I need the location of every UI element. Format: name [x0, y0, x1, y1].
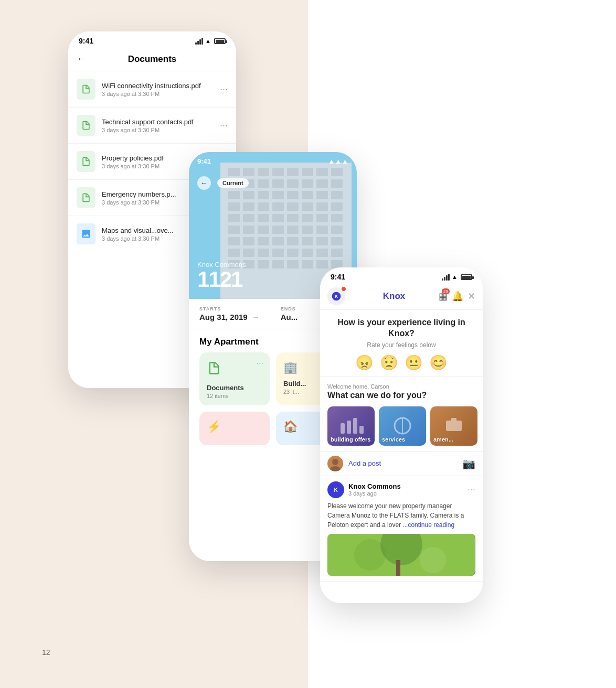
- close-button[interactable]: ✕: [468, 291, 475, 302]
- doc-icon-5: [77, 223, 95, 244]
- time-3: 9:41: [331, 273, 345, 281]
- svg-rect-12: [258, 179, 269, 188]
- svg-rect-71: [302, 260, 313, 268]
- feed-time: 3 days ago: [348, 490, 463, 497]
- hero-back[interactable]: ←: [197, 176, 211, 190]
- svg-rect-70: [287, 260, 299, 268]
- svg-rect-15: [302, 179, 313, 188]
- svg-text:K: K: [335, 294, 338, 299]
- apt-card-more-1[interactable]: ···: [257, 359, 263, 368]
- svg-rect-83: [451, 418, 456, 422]
- back-button-1[interactable]: ←: [77, 53, 86, 64]
- feed-post-1: K Knox Commons 3 days ago ··· Please wel…: [320, 476, 483, 582]
- svg-rect-72: [316, 260, 328, 268]
- top-bar-icons: ▦ 29 🔔 ✕: [439, 291, 475, 302]
- category-amenities[interactable]: amen...: [430, 406, 477, 446]
- doc-icon-2: [77, 115, 95, 136]
- apt-card-power[interactable]: ⚡: [199, 412, 270, 445]
- knox-screen: 9:41 ▲ K Knox: [320, 267, 483, 603]
- category-services[interactable]: services: [379, 406, 426, 446]
- svg-rect-23: [302, 191, 313, 199]
- welcome-greeting: Welcome home, Carson: [327, 383, 475, 390]
- svg-rect-28: [258, 202, 269, 211]
- signal-icon-3: [442, 274, 450, 281]
- hero-signal: ▲▲▲: [328, 157, 348, 165]
- survey-section: How is your experience living in Knox? R…: [320, 310, 483, 377]
- add-post-button[interactable]: Add a post: [348, 459, 457, 467]
- battery-icon-1: [214, 38, 226, 44]
- svg-point-84: [332, 459, 338, 465]
- apt-card-documents[interactable]: ··· Documents 12 items: [199, 352, 270, 405]
- doc-item-2[interactable]: Technical support contacts.pdf 3 days ag…: [68, 108, 236, 144]
- hero-status-bar: 9:41 ▲▲▲: [189, 152, 357, 170]
- doc-info-1: WiFi connectivity instructions.pdf 3 day…: [102, 82, 220, 97]
- documents-title: Documents: [92, 54, 212, 64]
- svg-rect-22: [287, 191, 299, 199]
- svg-rect-34: [228, 214, 240, 222]
- hero-unit: 1121: [197, 268, 246, 291]
- calendar-icon[interactable]: ▦ 29: [439, 291, 448, 302]
- svg-rect-14: [287, 179, 299, 188]
- svg-point-85: [330, 466, 341, 471]
- svg-rect-62: [287, 249, 299, 257]
- page-number: 12: [42, 648, 50, 657]
- svg-text:K: K: [334, 487, 338, 493]
- svg-rect-68: [258, 260, 269, 268]
- svg-rect-41: [331, 214, 343, 222]
- svg-rect-35: [243, 214, 254, 222]
- svg-rect-60: [258, 249, 269, 257]
- lease-end-date: Au...: [281, 313, 298, 321]
- svg-rect-13: [272, 179, 284, 188]
- emoji-angry[interactable]: 😠: [355, 354, 374, 371]
- emoji-happy[interactable]: 😊: [429, 354, 448, 371]
- svg-rect-18: [228, 191, 240, 199]
- feed-post-more[interactable]: ···: [468, 484, 475, 495]
- feed-post-meta: Knox Commons 3 days ago: [348, 482, 463, 497]
- doc-icon-1: [77, 79, 95, 100]
- apt-card-subtitle-1: 12 items: [207, 393, 262, 399]
- emoji-sad[interactable]: 😟: [380, 354, 398, 371]
- emoji-neutral[interactable]: 😐: [405, 354, 423, 371]
- svg-rect-43: [243, 225, 254, 234]
- category-building-offers[interactable]: building offers: [327, 406, 375, 446]
- doc-more-2[interactable]: ···: [220, 120, 228, 131]
- svg-rect-40: [316, 214, 328, 222]
- svg-rect-57: [331, 237, 343, 245]
- svg-rect-31: [302, 202, 313, 211]
- svg-rect-49: [331, 225, 343, 234]
- current-badge: Current: [217, 178, 249, 188]
- camera-icon[interactable]: 📷: [462, 457, 475, 470]
- svg-rect-77: [347, 421, 351, 434]
- svg-rect-64: [316, 249, 328, 257]
- doc-item-1[interactable]: WiFi connectivity instructions.pdf 3 day…: [68, 71, 236, 108]
- lease-start: STARTS Aug 31, 2019 →: [199, 306, 260, 321]
- svg-rect-63: [302, 249, 313, 257]
- doc-date-1: 3 days ago at 3:30 PM: [102, 91, 220, 97]
- category-row: building offers services: [320, 406, 483, 451]
- svg-rect-47: [302, 225, 313, 234]
- svg-rect-92: [396, 560, 400, 576]
- status-bar-3: 9:41 ▲: [320, 267, 483, 284]
- bell-icon[interactable]: 🔔: [452, 291, 463, 302]
- calendar-badge: 29: [442, 288, 450, 294]
- knox-logo: K: [327, 287, 345, 305]
- svg-rect-76: [341, 423, 345, 434]
- svg-rect-45: [272, 225, 284, 234]
- doc-icon-3: [77, 151, 95, 172]
- svg-rect-37: [272, 214, 284, 222]
- survey-subtitle: Rate your feelings below: [327, 341, 475, 349]
- svg-rect-58: [228, 249, 240, 257]
- doc-name-1: WiFi connectivity instructions.pdf: [102, 82, 220, 90]
- hero-time: 9:41: [197, 157, 211, 165]
- svg-rect-65: [331, 249, 343, 257]
- continue-reading[interactable]: ...continue reading: [402, 521, 454, 529]
- svg-rect-56: [316, 237, 328, 245]
- hero-info: Knox Commons 1121: [197, 261, 246, 291]
- svg-rect-21: [272, 191, 284, 199]
- svg-rect-44: [258, 225, 269, 234]
- doc-more-1[interactable]: ···: [220, 84, 228, 95]
- feed-post-header: K Knox Commons 3 days ago ···: [327, 481, 475, 498]
- svg-point-91: [420, 547, 446, 573]
- svg-rect-79: [359, 426, 364, 434]
- feed-post-body: Please welcome your new property manager…: [327, 501, 475, 530]
